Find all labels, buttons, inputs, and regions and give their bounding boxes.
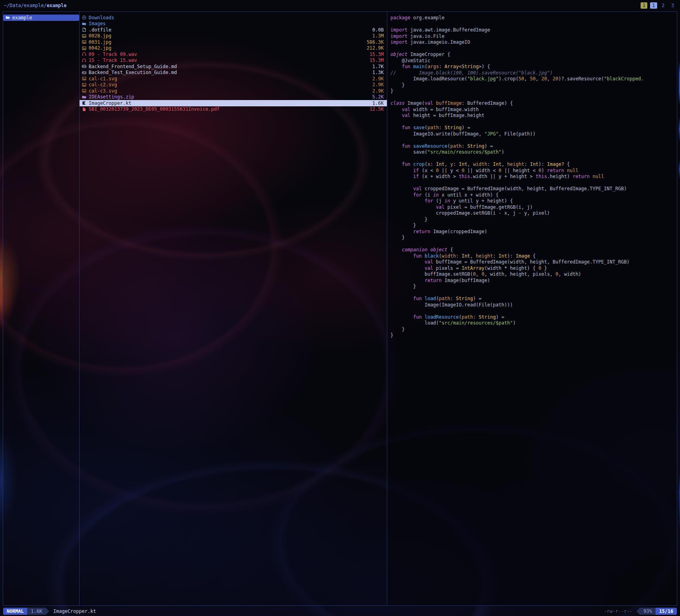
tab-3[interactable]: 3	[669, 2, 676, 9]
file-row[interactable]: 09 - Track 09.wav15.3M	[80, 51, 387, 58]
code-line: }	[390, 82, 677, 89]
parent-pane[interactable]: example	[3, 12, 79, 605]
file-row[interactable]: 15 - Track 15.wav15.3M	[80, 58, 387, 64]
code-line: val height = buffImage.height	[390, 113, 677, 119]
code-line: val pixel = buffImage.getRGB(i, j)	[390, 204, 677, 211]
path-prefix: ~/Data/example/	[4, 3, 46, 8]
code-line: import java.io.File	[390, 33, 677, 40]
mode-badge: NORMAL	[3, 608, 27, 615]
code-line: val croppedImage = BufferedImage(width, …	[390, 186, 677, 192]
code-line: import java.awt.image.BufferedImage	[390, 27, 677, 33]
code-line: croppedImage.setRGB(i - x, j - y, pixel)	[390, 210, 677, 217]
status-bar: NORMAL 1.6K ImageCropper.kt -rw-r--r-- 9…	[0, 607, 680, 615]
code-line: object ImageCropper {	[390, 52, 677, 58]
code-line	[390, 95, 677, 101]
file-size: 5.2K	[372, 94, 384, 100]
file-size: 2.9K	[372, 76, 384, 82]
file-name: 0031.jpg	[89, 39, 363, 45]
file-size-badge: 1.6K	[27, 608, 46, 615]
file-name: cal-c2.svg	[89, 82, 368, 87]
tab-2[interactable]: 2	[660, 2, 667, 9]
code-line: load("src/main/resources/$path")	[390, 320, 677, 327]
code-line: }	[390, 235, 677, 241]
file-size: 12.5K	[370, 106, 384, 112]
code-line: }	[390, 217, 677, 223]
file-row[interactable]: 0042.jpg212.9K	[80, 45, 387, 52]
file-name: 15 - Track 15.wav	[89, 58, 366, 63]
image-icon	[82, 83, 89, 87]
file-name: Backend_Frontend_Setup_Guide.md	[89, 64, 368, 69]
file-row[interactable]: Images	[80, 21, 387, 27]
file-row[interactable]: ImageCropper.kt1.6K	[80, 100, 387, 106]
file-row[interactable]: Backend_Frontend_Setup_Guide.md1.7K	[80, 63, 387, 70]
file-size: 586.3K	[367, 39, 384, 45]
file-size: 15.3M	[370, 58, 384, 63]
file-name: Backend_Test_Execution_Guide.md	[89, 70, 368, 75]
code-line: import javax.imageio.ImageIO	[390, 39, 677, 46]
audio-icon	[82, 58, 89, 63]
top-bar: ~/Data/example/example 1123	[4, 2, 676, 9]
file-row[interactable]: Backend_Test_Execution_Guide.md1.3K	[80, 70, 387, 76]
file-size: 1.7K	[372, 64, 384, 69]
status-right: -rw-r--r-- 93% 15/16	[604, 608, 677, 615]
code-line: val pixels = IntArray(width * height) { …	[390, 265, 677, 272]
code-line: fun load(path: String) =	[390, 296, 677, 302]
status-left: NORMAL 1.6K ImageCropper.kt	[3, 608, 96, 615]
file-row[interactable]: Downloads	[80, 15, 387, 21]
markdown-icon	[82, 64, 89, 69]
code-line: val width = buffImage.width	[390, 107, 677, 113]
code-line: for (j in y until y + height) {	[390, 198, 677, 204]
pdf-icon	[82, 107, 89, 111]
code-line: companion object {	[390, 247, 677, 253]
file-name: SBI_0032013739_2023_DE05_0003155631Invoi…	[89, 106, 366, 112]
code-line: fun loadResource(path: String) =	[390, 314, 677, 321]
code-line: @JvmStatic	[390, 58, 677, 64]
file-row[interactable]: cal-c3.svg2.9K	[80, 88, 387, 94]
audio-icon	[82, 52, 89, 56]
code-line: ImageIO.write(buffImage, "JPG", File(pat…	[390, 131, 677, 137]
powerline-arrow-icon	[46, 608, 49, 615]
file-size: 212.9K	[367, 45, 384, 51]
image-icon	[82, 46, 89, 50]
file-size: 0.0B	[372, 27, 384, 33]
code-line: val buffImage = BufferedImage(width, hei…	[390, 259, 677, 265]
code-line	[390, 119, 677, 125]
code-line: class Image(val buffImage: BufferedImage…	[390, 100, 677, 107]
file-list-pane[interactable]: DownloadsImages.dotfile0.0B0028.jpg1.3M0…	[80, 12, 387, 605]
tab-1[interactable]: 1	[650, 2, 657, 9]
file-row[interactable]: .dotfile0.0B	[80, 27, 387, 33]
image-icon	[82, 89, 89, 93]
file-name: ImageCropper.kt	[89, 100, 368, 106]
file-row[interactable]: cal-c1.svg2.9K	[80, 76, 387, 82]
file-size: 2.9K	[372, 82, 384, 87]
file-size: 1.3M	[372, 33, 384, 39]
file-name: cal-c1.svg	[89, 76, 368, 82]
code-line: fun save(path: String) =	[390, 125, 677, 131]
code-line: fun black(width: Int, height: Int): Imag…	[390, 253, 677, 260]
file-row[interactable]: IDEAsettings.zip5.2K	[80, 94, 387, 100]
file-name: Images	[89, 21, 380, 26]
file-row[interactable]: SBI_0032013739_2023_DE05_0003155631Invoi…	[80, 106, 387, 113]
file-name: .dotfile	[89, 27, 368, 33]
code-line: // Image.black(100, 100).saveResource("b…	[390, 70, 677, 76]
file-row[interactable]: 0031.jpg586.3K	[80, 39, 387, 45]
code-line	[390, 137, 677, 143]
file-row[interactable]: 0028.jpg1.3M	[80, 33, 387, 39]
image-icon	[82, 76, 89, 81]
code-line: if (x < 0 || y < 0 || width < 0 || heigh…	[390, 168, 677, 174]
file-size: 1.3K	[372, 70, 384, 75]
code-line: }	[390, 223, 677, 229]
cursor-position-badge: 15/16	[656, 608, 677, 615]
code-preview[interactable]: package org.example import java.awt.imag…	[387, 12, 677, 605]
file-row[interactable]: cal-c2.svg2.9K	[80, 82, 387, 88]
tab-1[interactable]: 1	[641, 2, 647, 9]
file-name: Downloads	[89, 15, 380, 20]
status-filename: ImageCropper.kt	[53, 609, 96, 614]
powerline-arrow-icon	[636, 608, 640, 615]
code-line: save("src/main/resources/$path")	[390, 149, 677, 156]
file-row[interactable]: example	[3, 15, 79, 21]
code-line: fun crop(x: Int, y: Int, width: Int, hei…	[390, 161, 677, 168]
code-line	[390, 290, 677, 296]
file-icon	[82, 28, 89, 32]
code-line: }	[390, 88, 677, 95]
